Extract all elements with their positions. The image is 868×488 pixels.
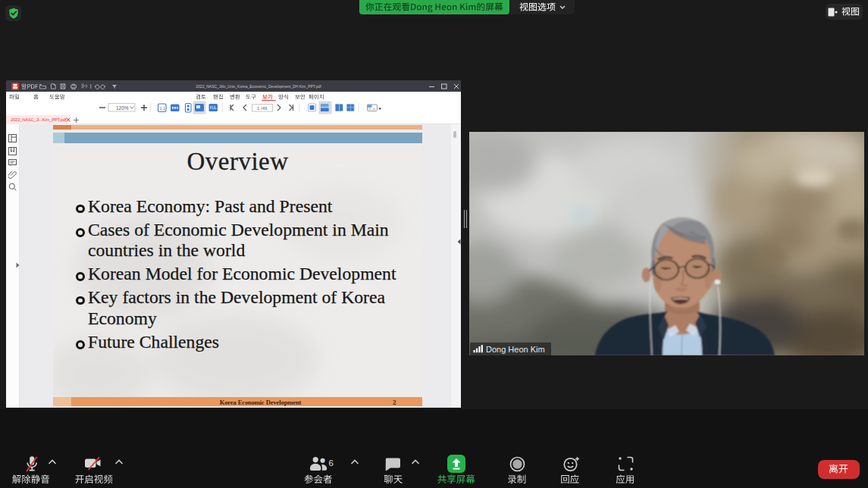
svg-text:1 /49: 1 /49 bbox=[257, 106, 268, 111]
svg-text:FUL: FUL bbox=[210, 106, 217, 110]
svg-text:1:1: 1:1 bbox=[160, 106, 166, 111]
svg-text:120%: 120% bbox=[116, 105, 129, 111]
